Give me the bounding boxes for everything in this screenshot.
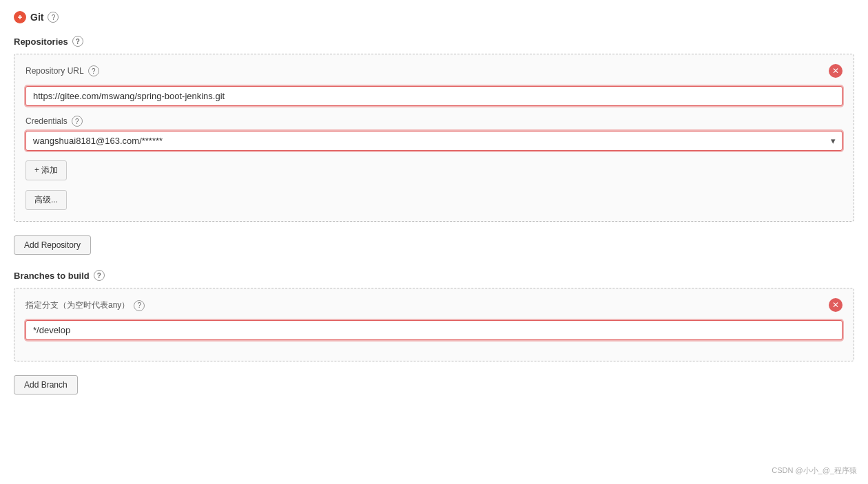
repo-box-header: Repository URL ? ✕ (25, 65, 843, 78)
git-icon (14, 11, 26, 23)
credentials-label: Credentials (25, 116, 68, 126)
credentials-label-wrap: Credentials ? (25, 116, 843, 127)
branches-section-label: Branches to build ? (14, 270, 854, 281)
repositories-section-label: Repositories ? (14, 36, 854, 47)
branch-specifier-label: 指定分支（为空时代表any） (25, 299, 130, 311)
repositories-help-icon[interactable]: ? (72, 36, 83, 47)
branch-close-button[interactable]: ✕ (829, 298, 843, 312)
advanced-button[interactable]: 高级... (25, 190, 67, 210)
credentials-select[interactable]: wangshuai8181@163.com/****** (25, 131, 843, 151)
credentials-help-icon[interactable]: ? (72, 116, 83, 127)
repo-url-label-wrap: Repository URL ? (25, 65, 99, 76)
credentials-select-wrapper: wangshuai8181@163.com/****** ▾ (25, 131, 843, 151)
page-header: Git ? (14, 11, 854, 23)
repositories-box: Repository URL ? ✕ Credentials ? wangshu… (14, 54, 854, 222)
repo-url-help-icon[interactable]: ? (88, 65, 99, 76)
add-credential-row: + 添加 (25, 160, 843, 180)
branch-specifier-label-wrap: 指定分支（为空时代表any） ? (25, 299, 145, 311)
repo-url-input[interactable] (25, 86, 843, 106)
credentials-field: Credentials ? wangshuai8181@163.com/****… (25, 116, 843, 151)
page-title: Git (30, 12, 43, 23)
add-repository-button[interactable]: Add Repository (14, 235, 91, 255)
branch-box-header: 指定分支（为空时代表any） ? ✕ (25, 299, 843, 312)
branch-specifier-field (25, 320, 843, 340)
advanced-row: 高级... (25, 190, 843, 210)
add-credential-button[interactable]: + 添加 (25, 160, 67, 180)
repo-url-label: Repository URL (25, 66, 84, 76)
repo-url-field (25, 86, 843, 106)
branches-help-icon[interactable]: ? (94, 270, 105, 281)
add-branch-button[interactable]: Add Branch (14, 375, 78, 394)
branch-specifier-help-icon[interactable]: ? (134, 300, 145, 311)
branches-box: 指定分支（为空时代表any） ? ✕ (14, 288, 854, 361)
repo-close-button[interactable]: ✕ (829, 64, 843, 78)
branch-specifier-input[interactable] (25, 320, 843, 340)
header-help-icon[interactable]: ? (48, 12, 59, 23)
